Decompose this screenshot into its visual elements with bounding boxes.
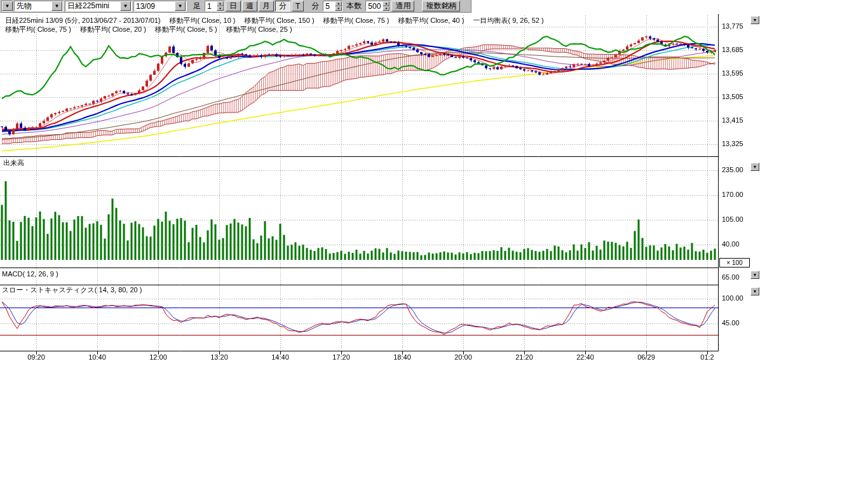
spinner-up-icon[interactable]: ▲ [335, 1, 342, 6]
contract-month-select[interactable]: 13/09 ▼ [133, 1, 187, 11]
bar-interval-stepper[interactable]: 1 ▲▼ [205, 1, 224, 11]
chevron-down-icon: ▼ [753, 273, 757, 277]
indicator-label: 移動平均( Close, 40 ) [398, 17, 464, 24]
indicator-label: 移動平均( Close, 75 ) [323, 17, 390, 24]
time-axis-label: 09:20 [25, 353, 48, 361]
indicator-label: 移動平均( Close, 20 ) [80, 25, 146, 33]
price-axis-label: 13,775 [722, 22, 743, 30]
macd-pane-label: MACD( 12, 26, 9 ) [2, 270, 58, 278]
minute-stepper[interactable]: 5 ▲▼ [323, 1, 342, 11]
chevron-down-icon: ▼ [120, 1, 131, 11]
spinner-down-icon[interactable]: ▼ [335, 6, 342, 11]
volume-axis-label: 235.00 [722, 166, 743, 173]
spinner-down-icon[interactable]: ▼ [383, 6, 390, 11]
apply-button[interactable]: 適用 [391, 1, 414, 11]
volume-pane-label: 出来高 [3, 158, 24, 168]
multi-symbol-button[interactable]: 複数銘柄 [422, 1, 460, 11]
chevron-down-icon: ▼ [175, 1, 186, 11]
time-axis-label: 21:20 [513, 353, 536, 361]
chevron-down-icon: ▼ [2, 1, 13, 11]
period-month-button[interactable]: 月 [259, 1, 274, 11]
indicator-label: 移動平均( Close, 75 ) [5, 25, 71, 33]
stoch-axis-label: 45.00 [722, 319, 740, 327]
spinner-up-icon[interactable]: ▲ [217, 1, 224, 6]
volume-axis-label: 170.00 [722, 191, 743, 198]
price-pane-menu-button[interactable]: ▼ [750, 16, 759, 24]
price-axis-label: 13,415 [722, 116, 743, 124]
chevron-down-icon: ▼ [51, 1, 62, 11]
mini-dropdown[interactable]: ▼ [1, 1, 13, 11]
price-axis-label: 13,595 [722, 69, 743, 77]
minute-value: 5 [323, 1, 335, 11]
chart-header-row1: 日経225mini 13/09 (5分, 2013/06/27 - 2013/0… [5, 16, 553, 25]
bar-count-value: 500 [366, 1, 383, 11]
chevron-down-icon: ▼ [753, 289, 757, 294]
minute-label: 分 [311, 1, 319, 11]
instrument-type-select[interactable]: 先物 ▼ [14, 1, 64, 11]
time-axis-label: 20:00 [452, 353, 475, 361]
price-axis-label: 13,685 [722, 46, 743, 53]
period-tick-button[interactable]: T [292, 1, 304, 11]
spinner-down-icon[interactable]: ▼ [217, 6, 224, 11]
toolbar: ▼ 先物 ▼ 日経225mini ▼ 13/09 ▼ 足 1 ▲▼ 日 週 月 … [0, 0, 471, 13]
stoch-pane-menu-button[interactable]: ▼ [750, 287, 759, 295]
instrument-type-value: 先物 [15, 1, 51, 11]
volume-pane-menu-button[interactable]: ▼ [750, 163, 759, 171]
volume-axis-label: 105.00 [722, 215, 743, 223]
volume-axis-label: 40.00 [722, 240, 740, 248]
time-axis-label: 06/29 [635, 353, 658, 361]
chart-application-window: ▼ 先物 ▼ 日経225mini ▼ 13/09 ▼ 足 1 ▲▼ 日 週 月 … [0, 0, 868, 488]
stochastics-pane-label: スロー・ストキャスティクス( 14, 3, 80, 20 ) [2, 285, 142, 295]
period-day-button[interactable]: 日 [226, 1, 241, 11]
time-axis-label: 22:40 [574, 353, 597, 361]
indicator-label: 一目均衡表( 9, 26, 52 ) [473, 17, 543, 24]
bar-interval-value: 1 [205, 1, 217, 11]
time-axis-label: 12:00 [147, 353, 170, 361]
time-axis-label: 10:40 [86, 353, 109, 361]
indicator-label: 移動平均( Close, 25 ) [226, 25, 292, 33]
spinner-up-icon[interactable]: ▲ [383, 1, 390, 6]
indicator-label: 移動平均( Close, 10 ) [170, 17, 236, 24]
time-axis-label: 01:2 [696, 353, 719, 361]
symbol-select[interactable]: 日経225mini ▼ [65, 1, 132, 11]
stoch-axis-label: 100.00 [722, 294, 743, 302]
chevron-down-icon: ▼ [753, 18, 757, 22]
time-axis-label: 14:40 [269, 353, 292, 361]
time-axis-label: 13:20 [208, 353, 231, 361]
symbol-value: 日経225mini [65, 1, 120, 11]
period-minute-button[interactable]: 分 [275, 1, 290, 11]
chart-plot-area[interactable] [0, 13, 763, 359]
time-axis-label: 18:40 [391, 353, 414, 361]
indicator-label: 移動平均( Close, 5 ) [155, 25, 217, 33]
contract-month-value: 13/09 [134, 2, 175, 11]
time-axis-label: 17:20 [330, 353, 353, 361]
bar-type-label: 足 [193, 1, 201, 11]
macd-axis-label: 65.00 [722, 273, 740, 281]
bar-count-label: 本数 [346, 1, 362, 11]
price-axis-label: 13,325 [722, 140, 743, 147]
chart-title: 日経225mini 13/09 (5分, 2013/06/27 - 2013/0… [5, 17, 161, 24]
chart-header-row2: 移動平均( Close, 75 )移動平均( Close, 20 )移動平均( … [5, 25, 301, 34]
macd-pane-menu-button[interactable]: ▼ [750, 271, 759, 279]
chevron-down-icon: ▼ [753, 165, 757, 169]
indicator-label: 移動平均( Close, 150 ) [245, 17, 315, 24]
bar-count-stepper[interactable]: 500 ▲▼ [365, 1, 390, 11]
period-week-button[interactable]: 週 [242, 1, 257, 11]
volume-multiplier-box: × 100 [719, 258, 750, 268]
price-axis-label: 13,505 [722, 93, 743, 100]
